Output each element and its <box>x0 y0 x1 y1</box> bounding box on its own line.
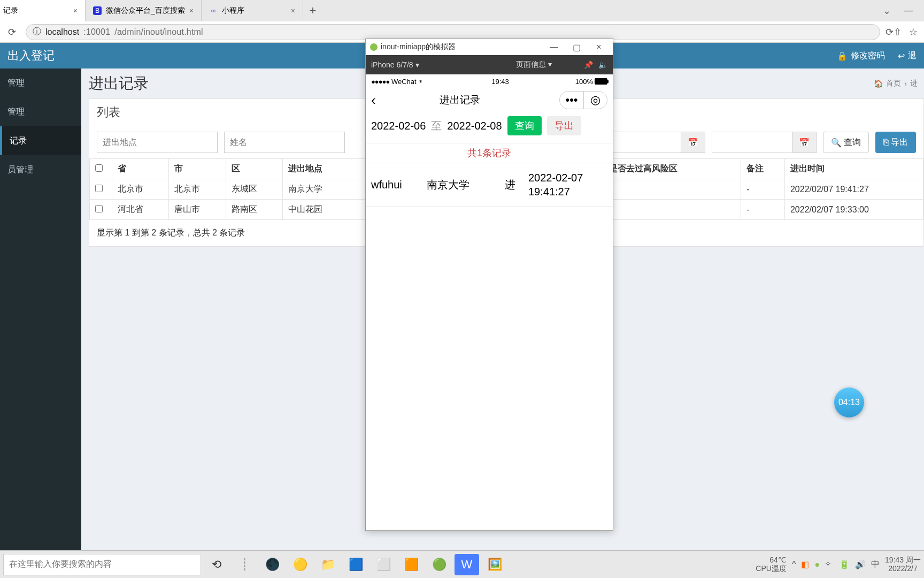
search-icon: 🔍 <box>831 138 842 148</box>
phone-export-button[interactable]: 导出 <box>547 116 581 135</box>
calendar-icon[interactable]: 📅 <box>792 132 817 153</box>
sim-maximize-icon[interactable]: ▢ <box>567 42 586 52</box>
url-host: localhost <box>45 27 79 37</box>
col-time[interactable]: 进出时间 <box>784 159 923 179</box>
sim-titlebar[interactable]: inout-miniapp的模拟器 — ▢ × <box>366 39 613 55</box>
col-province[interactable]: 省 <box>112 159 169 179</box>
sidebar: 管理 管理 记录 员管理 <box>0 69 81 550</box>
app-title: 出入登记 <box>7 48 55 64</box>
browser-tab-0[interactable]: 记录 × <box>0 0 86 21</box>
reload-icon[interactable]: ⟳ <box>3 24 20 41</box>
calendar-icon[interactable]: 📅 <box>681 132 705 153</box>
bookmark-icon[interactable]: ☆ <box>909 26 918 38</box>
capsule-close-icon[interactable]: ◎ <box>583 92 607 109</box>
sim-pin-icon[interactable]: 📌 <box>584 60 593 69</box>
tray-icon[interactable]: ● <box>814 560 820 569</box>
sim-pageinfo-select[interactable]: 页面信息 ▾ <box>516 60 552 70</box>
date-to-input[interactable] <box>712 132 792 153</box>
taskbar-search[interactable]: 在这里输入你要搜索的内容 <box>3 554 201 575</box>
phone-navbar: ‹ 进出记录 ••• ◎ <box>366 88 613 112</box>
phone-frame: ●●●●● WeChat ᯤ 19:43 100% ‹ 进出记录 ••• ◎ 2… <box>366 74 613 530</box>
phone-date-from[interactable]: 2022-02-06 <box>371 120 426 132</box>
taskbar-divider: ┊ <box>232 554 257 575</box>
battery-icon[interactable]: 🔋 <box>839 559 850 569</box>
browser-tab-2[interactable]: ∞ 小程序 × <box>202 0 303 21</box>
url-input[interactable]: ⓘ localhost:10001/admin/inout/inout.html <box>26 24 880 40</box>
search-button[interactable]: 🔍 查询 <box>823 132 869 153</box>
col-city[interactable]: 市 <box>169 159 226 179</box>
taskbar-app-photos[interactable]: 🖼️ <box>482 554 507 575</box>
wifi-icon[interactable]: ᯤ <box>825 560 834 569</box>
taskbar-app-obs[interactable]: ⟲ <box>204 554 229 575</box>
taskbar-app-wps[interactable]: W <box>455 554 479 575</box>
browser-tab-1[interactable]: B 微信公众平台_百度搜索 × <box>86 0 202 21</box>
tray-icon[interactable]: ◧ <box>801 559 809 569</box>
tray-clock[interactable]: 19:43 周一 2022/2/7 <box>885 556 921 573</box>
tab-title: 微信公众平台_百度搜索 <box>106 6 185 16</box>
sidebar-item-3[interactable]: 员管理 <box>0 155 81 184</box>
capsule-menu-icon[interactable]: ••• <box>560 92 583 109</box>
wifi-icon: ᯤ <box>418 78 425 86</box>
miniapp-icon: ∞ <box>209 6 218 15</box>
export-icon: ⎘ <box>883 138 889 147</box>
sim-minimize-icon[interactable]: — <box>544 42 564 52</box>
export-button[interactable]: ⎘ 导出 <box>875 132 916 153</box>
name-input[interactable] <box>224 132 345 153</box>
new-tab-button[interactable]: + <box>303 4 322 18</box>
row-checkbox[interactable] <box>95 185 103 192</box>
taskbar-app-explorer[interactable]: 📁 <box>315 554 340 575</box>
close-icon[interactable]: × <box>189 6 194 15</box>
phone-date-to[interactable]: 2022-02-08 <box>447 120 502 132</box>
exit-icon: ↩ <box>898 51 905 61</box>
lock-icon: 🔒 <box>837 51 848 61</box>
phone-record-count: 共1条记录 <box>366 143 613 163</box>
os-taskbar: 在这里输入你要搜索的内容 ⟲ ┊ 🌑 🟡 📁 🟦 ⬜ 🟧 🟢 W 🖼️ 64℃ … <box>0 550 924 578</box>
sidebar-item-2[interactable]: 记录 <box>0 126 81 155</box>
home-icon: 🏠 <box>874 79 883 88</box>
select-all-checkbox[interactable] <box>95 164 103 172</box>
place-input[interactable] <box>97 132 218 153</box>
col-district[interactable]: 区 <box>226 159 282 179</box>
taskbar-app-terminal[interactable]: ⬜ <box>371 554 396 575</box>
taskbar-app-eclipse[interactable]: 🌑 <box>260 554 284 575</box>
logout-link[interactable]: ↩ 退 <box>898 50 917 62</box>
taskbar-app-editor[interactable]: 🟦 <box>343 554 368 575</box>
sim-title-text: inout-miniapp的模拟器 <box>381 42 456 52</box>
window-dropdown-icon[interactable]: ⌄ <box>883 5 891 17</box>
baidu-icon: B <box>93 6 102 15</box>
breadcrumb[interactable]: 🏠 首页 › 进 <box>874 79 924 88</box>
taskbar-app-orange[interactable]: 🟧 <box>399 554 424 575</box>
share-icon[interactable]: ⟳⇧ <box>886 26 902 38</box>
sidebar-item-1[interactable]: 管理 <box>0 97 81 126</box>
taskbar-app-chrome[interactable]: 🟡 <box>288 554 312 575</box>
chevron-up-icon[interactable]: ^ <box>792 560 796 569</box>
taskbar-app-green[interactable]: 🟢 <box>427 554 451 575</box>
simulator-window: inout-miniapp的模拟器 — ▢ × iPhone 6/7/8 ▾ 页… <box>365 39 613 531</box>
row-checkbox[interactable] <box>95 205 103 212</box>
phone-search-button[interactable]: 查询 <box>507 116 542 135</box>
close-icon[interactable]: × <box>291 6 295 15</box>
phone-statusbar: ●●●●● WeChat ᯤ 19:43 100% <box>366 74 613 88</box>
tab-title: 小程序 <box>222 6 244 16</box>
system-tray: 64℃ CPU温度 ^ ◧ ● ᯤ 🔋 🔊 中 19:43 周一 2022/2/… <box>756 556 921 573</box>
col-remark[interactable]: 备注 <box>741 159 785 179</box>
tray-temp[interactable]: 64℃ CPU温度 <box>756 556 787 573</box>
volume-icon[interactable]: 🔊 <box>855 559 866 569</box>
phone-record-row[interactable]: wfuhui 南京大学 进 2022-02-07 19:41:27 <box>366 163 613 207</box>
date-to-group: 📅 <box>712 132 817 153</box>
window-minimize-icon[interactable]: — <box>904 5 913 17</box>
date-from-group: 📅 <box>600 132 705 153</box>
close-icon[interactable]: × <box>73 6 78 15</box>
phone-filter-row: 2022-02-06 至 2022-02-08 查询 导出 <box>366 112 613 143</box>
battery-icon <box>595 78 607 85</box>
sim-mute-icon[interactable]: 🔈 <box>598 60 607 69</box>
capsule: ••• ◎ <box>559 91 607 109</box>
url-path: /admin/inout/inout.html <box>114 27 203 37</box>
sim-close-icon[interactable]: × <box>589 42 609 52</box>
sim-device-select[interactable]: iPhone 6/7/8 ▾ <box>371 60 419 69</box>
change-password-link[interactable]: 🔒 修改密码 <box>837 50 885 62</box>
ime-indicator[interactable]: 中 <box>871 559 880 570</box>
timer-badge[interactable]: 04:13 <box>834 387 864 417</box>
sidebar-item-0[interactable]: 管理 <box>0 69 81 97</box>
browser-tabbar: 记录 × B 微信公众平台_百度搜索 × ∞ 小程序 × + ⌄ — <box>0 0 924 21</box>
